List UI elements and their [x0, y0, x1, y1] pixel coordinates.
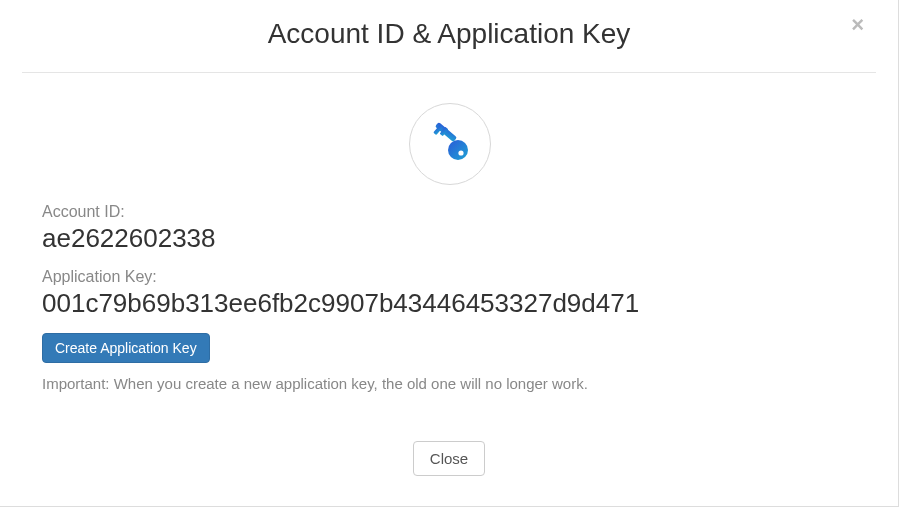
- svg-point-0: [448, 140, 468, 160]
- account-id-value: ae2622602338: [42, 223, 858, 254]
- modal-dialog: × Account ID & Application Key: [0, 0, 899, 507]
- application-key-value: 001c79b69b313ee6fb2c9907b43446453327d9d4…: [42, 288, 858, 319]
- modal-title: Account ID & Application Key: [20, 18, 878, 50]
- create-application-key-button[interactable]: Create Application Key: [42, 333, 210, 363]
- key-icon: [409, 103, 491, 185]
- modal-footer: Close: [0, 441, 898, 476]
- icon-container: [42, 103, 858, 185]
- important-note: Important: When you create a new applica…: [42, 375, 858, 392]
- close-button[interactable]: Close: [413, 441, 485, 476]
- modal-header: Account ID & Application Key: [0, 0, 898, 72]
- account-id-label: Account ID:: [42, 203, 858, 221]
- modal-body: Account ID: ae2622602338 Application Key…: [0, 73, 898, 412]
- close-icon[interactable]: ×: [851, 14, 864, 36]
- svg-point-4: [458, 150, 463, 155]
- application-key-label: Application Key:: [42, 268, 858, 286]
